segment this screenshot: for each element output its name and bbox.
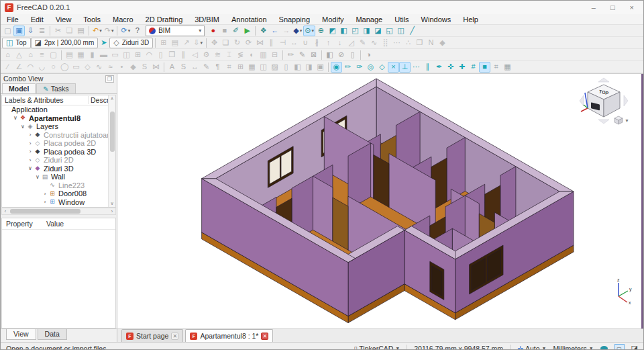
panel-float-icon[interactable]: ❐ <box>105 75 114 83</box>
bim-project-button[interactable]: ⌂ <box>2 50 13 60</box>
shape-2d-view-button[interactable]: ◧ <box>324 50 335 60</box>
bim-curtain-wall-button[interactable]: ▦ <box>75 50 87 60</box>
panel-tab-view[interactable]: View <box>6 329 36 340</box>
3d-viewport[interactable]: TOP ▼ z y x <box>117 74 643 329</box>
close-tab-icon[interactable]: ✕ <box>261 333 268 340</box>
bim-column-button[interactable]: ▮ <box>87 50 98 60</box>
tab-tasks[interactable]: ✎Tasks <box>36 83 75 93</box>
draft-shapestring-button[interactable]: S <box>139 62 150 73</box>
techdraw-page-button[interactable]: ▯ <box>347 50 358 60</box>
left-view-button[interactable]: ◫ <box>395 26 407 36</box>
tree-item-ziduri-2d[interactable]: ›◇Ziduri 2D <box>2 156 115 165</box>
axonometric-view-button[interactable]: ◩ <box>327 26 338 36</box>
bim-roof-button[interactable]: ◠ <box>144 50 155 60</box>
scroll-up-icon[interactable]: ∧ <box>110 95 113 102</box>
panel-tab-data[interactable]: Data <box>38 329 67 340</box>
tree-item-line223[interactable]: ∿Line223 <box>2 181 115 190</box>
draft-rectangle-button[interactable]: ▭ <box>70 62 82 73</box>
annotation-dimension-button[interactable]: ↔ <box>189 62 201 73</box>
tab-model[interactable]: Model <box>2 83 36 93</box>
tree-expand-icon[interactable]: › <box>42 199 48 205</box>
menu-2d-drafting[interactable]: 2D Drafting <box>140 14 189 24</box>
annotation-view-button[interactable]: ◧ <box>292 62 303 73</box>
snap-intersection-button[interactable]: × <box>388 62 399 73</box>
front-view-button[interactable]: ◧ <box>338 26 350 36</box>
bim-equipment-button[interactable]: ⚙ <box>201 50 212 60</box>
tree-expand-icon[interactable]: ∨ <box>19 124 26 130</box>
draft-polyline-button[interactable]: ∠ <box>13 62 25 73</box>
maximize-button[interactable]: □ <box>610 3 615 11</box>
sketch-map-button[interactable]: ⊠ <box>308 50 319 60</box>
bim-beam-button[interactable]: ▬ <box>98 50 109 60</box>
selection-view-toggle[interactable]: ▭ <box>614 344 625 350</box>
tree-expand-icon[interactable]: ∨ <box>34 174 41 180</box>
draft-polygon-button[interactable]: ◇ <box>82 62 93 73</box>
model-face-doorD[interactable] <box>374 155 389 207</box>
redo-button[interactable]: ↷▾ <box>103 26 115 36</box>
downgrade-button[interactable]: ↓ <box>334 38 345 48</box>
copy-button[interactable]: ❏ <box>64 26 75 36</box>
menu-3d-bim[interactable]: 3D/BIM <box>189 14 225 24</box>
menu-utils[interactable]: Utils <box>388 14 415 24</box>
macro-edit-button[interactable]: ✐ <box>230 26 241 36</box>
annotation-page-button[interactable]: ▯ <box>280 62 292 73</box>
nav-forward-button[interactable]: → <box>280 26 292 36</box>
bim-slab-button[interactable]: ▭ <box>109 50 121 60</box>
tree-item-door008[interactable]: ›⊞Door008 <box>2 189 115 198</box>
bim-material-button[interactable]: ◐ <box>246 50 258 60</box>
apartment-model[interactable] <box>117 74 643 329</box>
bim-ifc-explorer-button[interactable]: ⊟ <box>269 50 280 60</box>
tree-item-layers[interactable]: ∨◈Layers <box>2 122 115 131</box>
snap-angle-button[interactable]: ◇ <box>376 62 388 73</box>
refresh-button[interactable]: ⟳▾ <box>119 26 131 36</box>
split-button[interactable]: ∦ <box>311 38 323 48</box>
annotation-section-button[interactable]: ◫ <box>258 62 269 73</box>
menu-snapping[interactable]: Snapping <box>273 14 317 24</box>
snap-near-button[interactable]: ✜ <box>445 62 456 73</box>
tree-expand-icon[interactable]: ∨ <box>27 165 34 171</box>
tree-expand-icon[interactable]: › <box>27 148 34 155</box>
draft-ellipse-button[interactable]: ◯ <box>59 62 70 73</box>
bim-door-button[interactable]: ◫ <box>121 50 132 60</box>
edit-button[interactable]: ✎ <box>357 38 368 48</box>
annotation-axis-button[interactable]: ⌗ <box>223 62 235 73</box>
bim-frame-button[interactable]: ❒ <box>166 50 178 60</box>
snap-working-plane-button[interactable]: ■ <box>479 62 490 73</box>
mirror-button[interactable]: ⋈ <box>254 38 266 48</box>
scroll-left-icon[interactable]: ‹ <box>2 209 9 214</box>
sketch-edit-button[interactable]: ✎ <box>297 50 308 60</box>
link-view-button[interactable]: ◆▾ <box>292 26 303 36</box>
snap-endpoint-button[interactable]: ✏ <box>342 62 354 73</box>
copy-move-button[interactable]: ❏ <box>220 38 231 48</box>
array-button[interactable]: ⣿ <box>380 38 391 48</box>
active-layer-button-button[interactable]: ◇Ziduri 3D <box>109 38 153 48</box>
join-button[interactable]: ∪ <box>300 38 311 48</box>
tree-expand-icon[interactable]: › <box>42 191 48 197</box>
macro-stop-button[interactable]: ■ <box>219 26 230 36</box>
wire-to-bspline-button[interactable]: ∿ <box>368 38 380 48</box>
menu-edit[interactable]: Edit <box>25 14 50 24</box>
workbench-selector[interactable]: BIM▾ <box>146 26 205 36</box>
snap-extension-button[interactable]: ⋯ <box>411 62 422 73</box>
scroll-down-icon[interactable]: ∨ <box>110 200 113 207</box>
draft-bezier-button[interactable]: ≈ <box>105 62 116 73</box>
fit-all-button[interactable]: ⊕ <box>315 26 327 36</box>
toggle-3d-view-button[interactable]: ◑ <box>363 50 374 60</box>
annotation-hatch-button[interactable]: ▨ <box>269 62 280 73</box>
document-tab-start-page[interactable]: FStart page✕ <box>121 329 183 342</box>
path-array-button[interactable]: ⋯ <box>391 38 402 48</box>
bim-window-button[interactable]: ⊞ <box>132 50 144 60</box>
whats-this-button[interactable]: ? <box>131 26 143 36</box>
rear-view-button[interactable]: ◪ <box>372 26 384 36</box>
snap-midpoint-button[interactable]: ✑ <box>354 62 365 73</box>
open-external-button[interactable]: ↗ <box>180 38 192 48</box>
menu-manage[interactable]: Manage <box>350 14 388 24</box>
model-face-doorM[interactable] <box>333 198 348 250</box>
annotation-grid-button[interactable]: ▦ <box>246 62 258 73</box>
bim-panel-button[interactable]: ▯ <box>155 50 166 60</box>
import-export-button[interactable]: ⇩▾ <box>192 38 204 48</box>
open-file-button[interactable]: ▣ <box>13 26 25 36</box>
scroll-thumb[interactable] <box>110 112 115 152</box>
move-button[interactable]: ✥ <box>209 38 220 48</box>
tree-vertical-scrollbar[interactable]: ∧ ∨ <box>108 95 115 207</box>
